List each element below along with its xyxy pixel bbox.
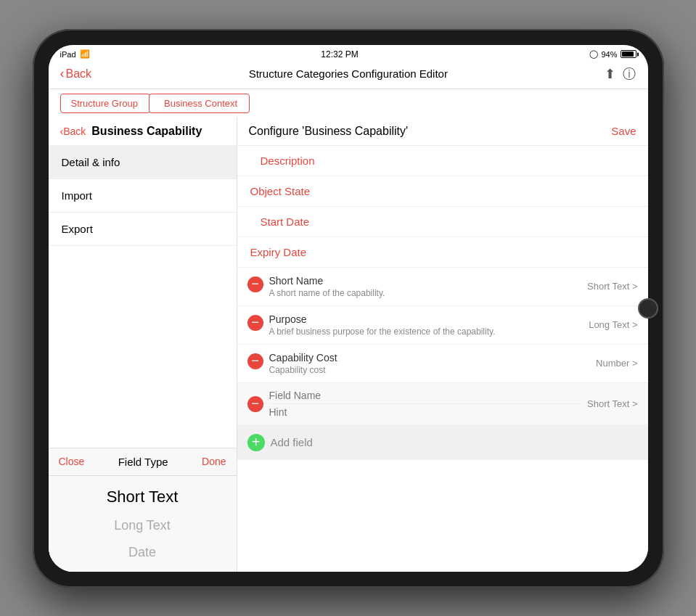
new-field-type[interactable]: Short Text >: [587, 398, 638, 409]
breadcrumb-business-context[interactable]: Business Context: [149, 94, 250, 113]
main-area: ‹ Back Business Capability Detail & info…: [49, 118, 648, 572]
field-row-purpose: − Purpose A brief business purpose for t…: [237, 306, 648, 345]
add-field-icon: +: [247, 434, 265, 451]
sidebar-header: ‹ Back Business Capability: [49, 118, 237, 146]
sidebar-back-button[interactable]: ‹ Back: [60, 126, 86, 137]
remove-purpose-button[interactable]: −: [247, 315, 263, 331]
breadcrumb-structure-group[interactable]: Structure Group: [60, 94, 151, 113]
add-field-label: Add field: [271, 436, 313, 448]
tablet-device: iPad 📶 12:32 PM ◯ 94% ‹ Back Structure C…: [33, 29, 664, 588]
capability-cost-label: Capability Cost: [269, 352, 591, 364]
field-link-start-date[interactable]: Start Date: [237, 207, 648, 237]
top-back-label: Back: [66, 67, 92, 81]
tablet-screen: iPad 📶 12:32 PM ◯ 94% ‹ Back Structure C…: [49, 45, 648, 572]
detail-content: Description Object State Start Date Expi…: [237, 146, 648, 572]
device-label: iPad: [60, 50, 76, 59]
field-link-object-state[interactable]: Object State: [237, 176, 648, 207]
detail-title: Configure 'Business Capability': [249, 125, 409, 138]
help-icon[interactable]: ⓘ: [623, 65, 636, 83]
short-name-label: Short Name: [269, 275, 582, 287]
new-field-row: − Short Text >: [237, 383, 648, 425]
detail-header: Configure 'Business Capability' Save: [237, 118, 648, 146]
field-row-short-name: − Short Name A short name of the capabil…: [237, 268, 648, 306]
sidebar-nav: Detail & info Import Export: [49, 146, 237, 448]
save-button[interactable]: Save: [611, 125, 636, 137]
battery-pct: 94%: [601, 50, 617, 59]
field-short-name-content: Short Name A short name of the capabilit…: [269, 275, 582, 298]
field-type-short-text[interactable]: Short Text: [49, 482, 237, 512]
sidebar-nav-detail[interactable]: Detail & info: [49, 146, 237, 179]
status-time: 12:32 PM: [321, 49, 358, 59]
field-link-description[interactable]: Description: [237, 146, 648, 176]
sidebar-section-title: Business Capability: [91, 125, 202, 138]
remove-new-field-button[interactable]: −: [247, 396, 263, 412]
status-bar: iPad 📶 12:32 PM ◯ 94%: [49, 45, 648, 62]
purpose-hint: A brief business purpose for the existen…: [269, 327, 584, 337]
field-type-long-text[interactable]: Long Text: [49, 512, 237, 539]
field-purpose-content: Purpose A brief business purpose for the…: [269, 313, 584, 337]
field-row-capability-cost: − Capability Cost Capability cost Number…: [237, 345, 648, 383]
field-type-title: Field Type: [118, 456, 168, 468]
add-field-row[interactable]: + Add field: [237, 425, 648, 460]
sidebar-nav-import[interactable]: Import: [49, 179, 237, 213]
field-type-date[interactable]: Date: [49, 539, 237, 566]
purpose-label: Purpose: [269, 313, 584, 325]
short-name-hint: A short name of the capability.: [269, 288, 582, 298]
field-type-close-button[interactable]: Close: [59, 456, 85, 467]
capability-cost-hint: Capability cost: [269, 365, 591, 375]
title-icons: ⬆︎ ⓘ: [605, 65, 636, 83]
battery-icon: [621, 50, 636, 58]
status-right: ◯ 94%: [589, 49, 636, 59]
capability-cost-type[interactable]: Number >: [596, 358, 637, 369]
field-type-header: Close Field Type Done: [49, 448, 237, 476]
sidebar-back-label: Back: [63, 126, 86, 137]
new-field-name-input[interactable]: [269, 387, 582, 404]
field-type-panel: Close Field Type Done Short Text Long Te…: [49, 448, 237, 572]
sidebar: ‹ Back Business Capability Detail & info…: [49, 118, 237, 572]
remove-capability-cost-button[interactable]: −: [247, 353, 263, 369]
new-field-inputs: [269, 387, 582, 420]
field-capability-cost-content: Capability Cost Capability cost: [269, 352, 591, 375]
detail-area: Configure 'Business Capability' Save Des…: [237, 118, 648, 572]
remove-short-name-button[interactable]: −: [247, 276, 263, 292]
back-chevron-icon: ‹: [60, 66, 65, 81]
short-name-type[interactable]: Short Text >: [587, 281, 638, 292]
purpose-type[interactable]: Long Text >: [589, 319, 637, 330]
breadcrumb: Structure Group Business Context: [49, 89, 648, 118]
title-bar: ‹ Back Structure Categories Configuratio…: [49, 62, 648, 89]
field-type-done-button[interactable]: Done: [202, 456, 226, 467]
page-title: Structure Categories Configuration Edito…: [249, 67, 448, 80]
new-field-hint-input[interactable]: [269, 404, 582, 420]
field-type-list: Short Text Long Text Date: [49, 476, 237, 572]
field-link-expiry-date[interactable]: Expiry Date: [237, 237, 648, 268]
wifi-icon: 📶: [80, 49, 90, 59]
share-icon[interactable]: ⬆︎: [605, 66, 615, 82]
sidebar-nav-export[interactable]: Export: [49, 213, 237, 246]
status-left: iPad 📶: [60, 49, 90, 59]
top-back-button[interactable]: ‹ Back: [60, 66, 92, 81]
location-icon: ◯: [589, 49, 598, 59]
home-button[interactable]: [638, 298, 658, 319]
